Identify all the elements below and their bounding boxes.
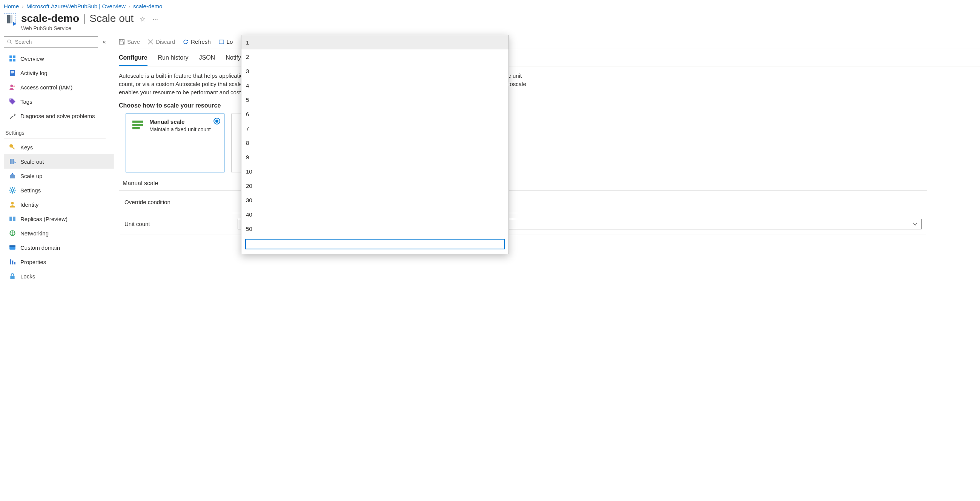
dropdown-filter-input[interactable] bbox=[245, 239, 505, 250]
resource-name: scale-demo bbox=[21, 13, 79, 24]
sidebar-item-networking[interactable]: Networking bbox=[4, 226, 114, 240]
save-button[interactable]: Save bbox=[119, 38, 140, 45]
crumb-home[interactable]: Home bbox=[4, 3, 19, 10]
svg-point-27 bbox=[11, 202, 14, 205]
sidebar-item-replicas-preview-[interactable]: Replicas (Preview) bbox=[4, 212, 114, 226]
sidebar-item-overview[interactable]: Overview bbox=[4, 51, 114, 66]
sidebar-search-input[interactable] bbox=[14, 38, 95, 45]
dropdown-option[interactable]: 6 bbox=[242, 107, 509, 121]
dropdown-option[interactable]: 5 bbox=[242, 92, 509, 107]
refresh-icon bbox=[183, 39, 189, 45]
svg-point-12 bbox=[10, 99, 11, 100]
discard-button[interactable]: Discard bbox=[148, 38, 175, 45]
more-menu-icon[interactable]: ··· bbox=[153, 16, 158, 23]
autoscale-icon bbox=[237, 118, 237, 131]
sidebar-item-diagnose-and-solve-problems[interactable]: Diagnose and solve problems bbox=[4, 109, 114, 123]
sidebar-item-label: Scale out bbox=[21, 159, 44, 165]
dropdown-option[interactable]: 8 bbox=[242, 135, 509, 150]
svg-rect-5 bbox=[13, 59, 16, 62]
tab-notify[interactable]: Notify bbox=[226, 52, 241, 66]
lock-icon bbox=[9, 273, 16, 280]
svg-rect-38 bbox=[10, 276, 14, 279]
sidebar-item-identity[interactable]: Identity bbox=[4, 197, 114, 212]
dropdown-option[interactable]: 4 bbox=[242, 78, 509, 92]
svg-rect-15 bbox=[10, 159, 12, 164]
save-icon bbox=[119, 39, 125, 45]
close-icon bbox=[148, 39, 154, 45]
main-content: Save Discard Refresh Lo Configure Run hi… bbox=[114, 35, 980, 329]
dropdown-option[interactable]: 2 bbox=[242, 49, 509, 64]
sidebar-item-label: Locks bbox=[21, 273, 35, 280]
svg-rect-41 bbox=[120, 42, 124, 44]
tab-run-history[interactable]: Run history bbox=[158, 52, 189, 66]
svg-rect-40 bbox=[120, 39, 123, 41]
network-icon bbox=[9, 230, 16, 237]
svg-rect-3 bbox=[13, 56, 16, 58]
dropdown-option[interactable]: 3 bbox=[242, 64, 509, 78]
sidebar-item-settings[interactable]: Settings bbox=[4, 183, 114, 197]
manual-scale-title: Manual scale bbox=[150, 118, 211, 125]
dropdown-option[interactable]: 40 bbox=[242, 207, 509, 221]
crumb-service[interactable]: Microsoft.AzureWebPubSub | Overview bbox=[26, 3, 126, 10]
manual-scale-form: Override condition Unit count 1 bbox=[119, 191, 927, 235]
svg-rect-4 bbox=[10, 59, 12, 62]
sidebar-item-locks[interactable]: Locks bbox=[4, 269, 114, 283]
svg-rect-47 bbox=[132, 127, 140, 129]
sidebar-item-properties[interactable]: Properties bbox=[4, 254, 114, 269]
grid-icon bbox=[9, 55, 16, 62]
sidebar-item-keys[interactable]: Keys bbox=[4, 140, 114, 154]
sidebar-item-label: Identity bbox=[21, 202, 38, 208]
dropdown-list[interactable]: 1234567891020304050 bbox=[242, 35, 509, 236]
tab-configure[interactable]: Configure bbox=[119, 52, 148, 66]
log-icon bbox=[9, 69, 16, 76]
dropdown-option[interactable]: 20 bbox=[242, 178, 509, 193]
sidebar-item-custom-domain[interactable]: Custom domain bbox=[4, 240, 114, 254]
manual-scale-radio[interactable] bbox=[213, 118, 220, 124]
tab-json[interactable]: JSON bbox=[199, 52, 215, 66]
dropdown-option[interactable]: 30 bbox=[242, 193, 509, 207]
service-type: Web PubSub Service bbox=[21, 25, 158, 31]
svg-rect-7 bbox=[11, 71, 14, 72]
page-header: scale-demo | Scale out ☆ ··· Web PubSub … bbox=[0, 11, 980, 34]
dropdown-option[interactable]: 9 bbox=[242, 150, 509, 164]
svg-rect-29 bbox=[13, 216, 16, 221]
sidebar-item-label: Diagnose and solve problems bbox=[21, 113, 95, 119]
chevron-right-icon: › bbox=[22, 4, 23, 9]
svg-rect-45 bbox=[132, 121, 143, 123]
logs-icon bbox=[218, 39, 224, 45]
sidebar-item-scale-out[interactable]: Scale out bbox=[4, 154, 114, 169]
svg-rect-16 bbox=[13, 159, 14, 164]
dropdown-option[interactable]: 10 bbox=[242, 164, 509, 178]
sidebar-item-label: Networking bbox=[21, 230, 49, 237]
sidebar-item-activity-log[interactable]: Activity log bbox=[4, 66, 114, 80]
svg-rect-2 bbox=[10, 56, 12, 58]
dropdown-option[interactable]: 1 bbox=[242, 35, 509, 49]
resource-icon bbox=[4, 13, 16, 25]
svg-rect-17 bbox=[10, 175, 15, 178]
dropdown-option[interactable]: 7 bbox=[242, 121, 509, 135]
crumb-resource[interactable]: scale-demo bbox=[133, 3, 162, 10]
svg-rect-28 bbox=[10, 216, 12, 221]
manual-scale-card[interactable]: Manual scale Maintain a fixed unit count bbox=[126, 114, 224, 172]
svg-point-11 bbox=[13, 86, 15, 87]
favorite-star-icon[interactable]: ☆ bbox=[140, 16, 146, 23]
sidebar-item-label: Tags bbox=[21, 99, 32, 105]
manual-scale-sub: Maintain a fixed unit count bbox=[150, 126, 211, 132]
dropdown-option[interactable]: 50 bbox=[242, 221, 509, 236]
refresh-button[interactable]: Refresh bbox=[183, 38, 211, 45]
sidebar-item-label: Replicas (Preview) bbox=[21, 216, 67, 222]
sidebar-item-scale-up[interactable]: Scale up bbox=[4, 169, 114, 183]
svg-rect-46 bbox=[132, 124, 143, 126]
sidebar-search[interactable] bbox=[4, 36, 98, 48]
svg-line-24 bbox=[14, 192, 15, 193]
logs-button[interactable]: Lo bbox=[218, 38, 233, 45]
search-icon bbox=[7, 39, 12, 45]
svg-point-0 bbox=[8, 40, 11, 43]
collapse-sidebar-icon[interactable]: « bbox=[103, 38, 106, 45]
svg-point-10 bbox=[10, 84, 13, 87]
svg-line-23 bbox=[10, 188, 11, 188]
unit-count-label: Unit count bbox=[124, 221, 238, 227]
sidebar: « OverviewActivity logAccess control (IA… bbox=[0, 35, 114, 283]
sidebar-item-tags[interactable]: Tags bbox=[4, 94, 114, 109]
sidebar-item-access-control-iam-[interactable]: Access control (IAM) bbox=[4, 80, 114, 94]
